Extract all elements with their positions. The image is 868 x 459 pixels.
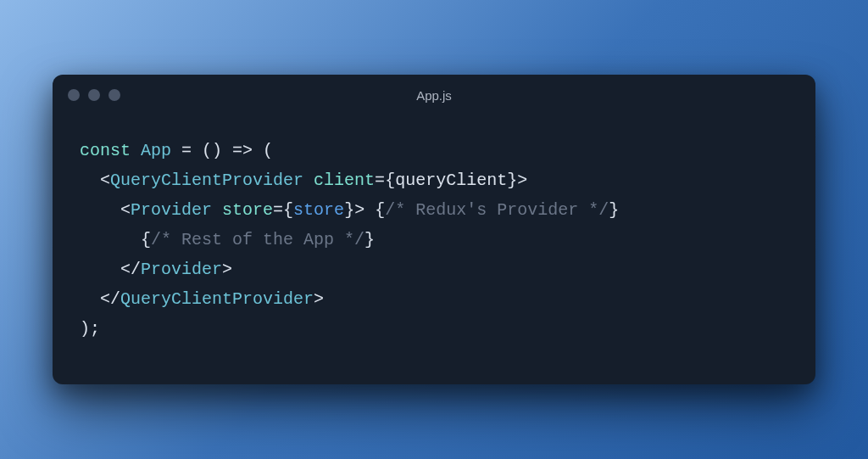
identifier: store: [293, 200, 344, 220]
jsx-tag: Provider: [131, 200, 212, 220]
comment: /* Rest of the App */: [151, 230, 364, 249]
minimize-dot-icon[interactable]: [88, 89, 100, 101]
identifier: queryClient: [395, 171, 507, 190]
jsx-attr: client: [314, 171, 375, 190]
window-controls: [68, 89, 120, 101]
tag-close: >: [314, 289, 324, 309]
brace: {: [385, 171, 395, 190]
brace: }: [364, 230, 375, 249]
titlebar: App.js: [53, 75, 815, 115]
sp: [212, 200, 222, 220]
close-paren: );: [80, 319, 100, 339]
brace: {: [375, 200, 385, 220]
tag-close: >: [222, 260, 232, 279]
brace: }: [344, 200, 354, 220]
close-dot-icon[interactable]: [68, 89, 80, 101]
tag-open: <: [120, 200, 131, 220]
function-name: App: [141, 141, 171, 160]
code-window: App.js const App = () => ( <QueryClientP…: [53, 75, 815, 384]
eq: =: [273, 200, 283, 220]
sp: [364, 200, 375, 220]
zoom-dot-icon[interactable]: [108, 89, 120, 101]
tag-open: </: [100, 289, 120, 309]
eq: =: [375, 171, 385, 190]
tag-close: >: [517, 171, 527, 190]
brace: {: [283, 200, 293, 220]
keyword-const: const: [80, 141, 131, 160]
brace: {: [141, 230, 151, 249]
jsx-tag: QueryClientProvider: [120, 289, 314, 309]
sp: [303, 171, 314, 190]
jsx-attr: store: [222, 200, 273, 220]
jsx-tag: QueryClientProvider: [110, 171, 303, 190]
comment: /* Redux's Provider */: [385, 200, 609, 220]
tag-open: </: [120, 260, 141, 279]
tag-close: >: [354, 200, 364, 220]
brace: }: [609, 200, 619, 220]
punct: = () => (: [171, 141, 273, 160]
code-content: const App = () => ( <QueryClientProvider…: [53, 115, 815, 384]
window-title: App.js: [416, 88, 452, 103]
brace: }: [507, 171, 517, 190]
jsx-tag: Provider: [141, 260, 222, 279]
tag-open: <: [100, 171, 110, 190]
